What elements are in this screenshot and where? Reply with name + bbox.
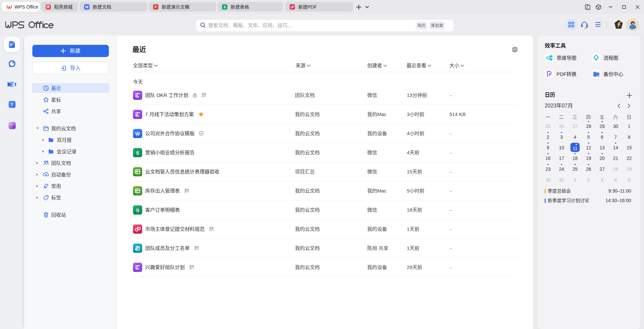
svg-text:S: S xyxy=(136,150,139,156)
svg-text:W: W xyxy=(135,131,140,136)
svg-text:7: 7 xyxy=(11,103,13,107)
svg-text:P: P xyxy=(154,5,157,9)
svg-text:W: W xyxy=(85,5,88,9)
svg-text:S: S xyxy=(136,208,139,213)
svg-text:S: S xyxy=(223,5,226,9)
